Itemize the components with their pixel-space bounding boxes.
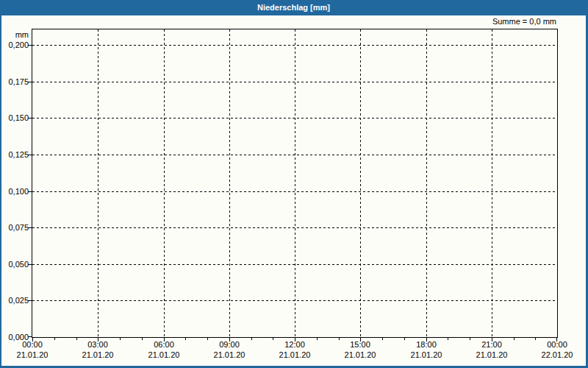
x-gridline: [426, 29, 427, 337]
x-tick-date-label: 21.01.20: [269, 350, 320, 359]
y-tick-label: 0,150: [8, 113, 29, 122]
sum-annotation: Summe = 0,0 mm: [492, 17, 556, 26]
x-tick-date-label: 21.01.20: [204, 350, 255, 359]
x-gridline: [164, 29, 165, 337]
x-tick-time-label: 06:00: [138, 340, 190, 349]
y-axis-tick: [28, 300, 32, 301]
y-axis-tick: [28, 118, 32, 118]
x-gridline: [295, 29, 295, 337]
y-tick-label: 0,075: [8, 223, 29, 232]
y-tick-label: 0,200: [8, 40, 29, 49]
x-axis-labels: 00:0021.01.2003:0021.01.2006:0021.01.200…: [32, 340, 558, 365]
x-tick-time-label: 18:00: [401, 340, 452, 349]
plot-area: [32, 29, 558, 338]
x-tick-time-label: 03:00: [72, 340, 123, 349]
x-tick-date-label: 21.01.20: [334, 350, 386, 359]
x-tick-time-label: 00:00: [7, 340, 58, 349]
x-tick-date-label: 21.01.20: [401, 350, 452, 359]
x-gridline: [492, 29, 492, 337]
x-tick-time-label: 09:00: [204, 340, 255, 349]
y-axis-tick: [28, 264, 32, 265]
x-tick-date-label: 21.01.20: [72, 350, 123, 359]
x-tick-time-label: 21:00: [466, 340, 517, 349]
chart-window: Niederschlag [mm] Summe = 0,0 mm 0,2000,…: [0, 0, 588, 368]
x-tick-date-label: 21.01.20: [138, 350, 190, 359]
chart-title-bar: Niederschlag [mm]: [1, 0, 586, 15]
x-tick-time-label: 00:00: [531, 340, 583, 349]
x-gridline: [229, 29, 230, 337]
x-tick-time-label: 12:00: [269, 340, 320, 349]
x-tick-date-label: 21.01.20: [7, 350, 58, 359]
y-tick-label: 0,100: [8, 187, 29, 196]
y-axis-unit-label: mm: [15, 30, 29, 39]
y-tick-label: 0,175: [8, 77, 29, 86]
y-axis-tick: [28, 336, 32, 337]
x-tick-time-label: 15:00: [334, 340, 386, 349]
chart-title: Niederschlag [mm]: [257, 3, 330, 12]
x-gridline: [98, 29, 98, 337]
y-axis-tick: [28, 227, 32, 228]
y-tick-label: 0,125: [8, 150, 29, 159]
y-tick-label: 0,050: [8, 260, 29, 269]
y-axis-tick: [28, 191, 32, 192]
x-tick-date-label: 22.01.20: [531, 350, 583, 359]
y-axis-tick: [28, 82, 32, 82]
y-tick-label: 0,025: [8, 296, 29, 305]
y-axis-labels: 0,2000,1750,1500,1250,1000,0750,0500,025…: [1, 0, 29, 368]
y-axis-tick: [28, 155, 32, 155]
x-gridline: [360, 29, 361, 337]
x-tick-date-label: 21.01.20: [466, 350, 517, 359]
y-axis-tick: [28, 45, 32, 46]
